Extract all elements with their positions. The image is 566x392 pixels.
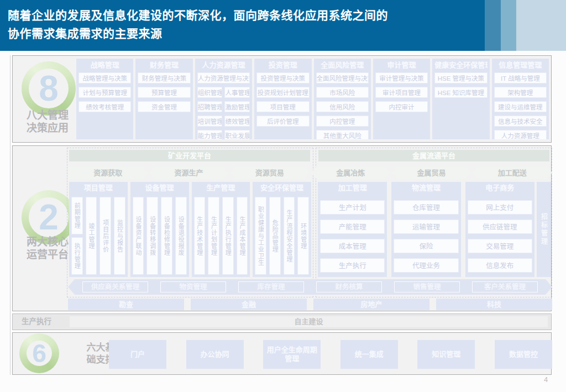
module-title: 设备管理 — [133, 184, 187, 192]
app-item: 绩效考核管理 — [78, 101, 131, 112]
app-item: 人力资源管理 — [494, 130, 547, 139]
chevron-step: 加工配送 — [473, 166, 552, 179]
module-title: 项目管理 — [71, 184, 125, 192]
app-column: 投资管理投资管理与决策投资规划计划管理项目管理后评价管理 — [254, 59, 311, 139]
column-title: 战略管理 — [78, 61, 131, 70]
app-item: 运输管理 — [394, 219, 458, 234]
segment-item: 勘查 — [68, 299, 184, 310]
app-item: 信息与技术安全 — [494, 116, 547, 127]
app-item: 人事管理 — [224, 87, 250, 98]
app-item: 投资管理与决策 — [256, 72, 309, 83]
app-item: 内控审计 — [375, 101, 428, 112]
foundation-item: 统一集成 — [340, 340, 398, 369]
module-title: 安全环保管理 — [255, 184, 309, 192]
band-item: 物资管理 — [160, 281, 226, 292]
chevron-step: 金属贸易 — [391, 166, 471, 179]
header-accent-band-light — [501, 0, 516, 51]
app-item: 保险 — [394, 239, 458, 253]
app-item: 设备转移调拨 — [146, 197, 158, 275]
module-title: 物流管理 — [394, 184, 458, 192]
chevron-step: 资源贸易 — [230, 166, 310, 179]
module-stack: 设备资产联动 — [133, 197, 144, 275]
foundation-item: 数据管控 — [495, 340, 552, 369]
segment-item: 金融 — [191, 299, 307, 310]
app-item: HSE 管理与决策 — [434, 72, 487, 83]
app-item: 职业健康与工业卫生 — [255, 197, 266, 275]
platform-title-mining: 矿业开发平台 — [69, 150, 310, 161]
app-item: 内控管理 — [316, 116, 369, 127]
module-stack: 环境管理 — [297, 197, 309, 275]
app-item: 绩效管理 — [224, 116, 250, 127]
app-item: 审计项目管理 — [375, 87, 428, 98]
app-item-pair: 组织管理人事管理 — [197, 87, 250, 98]
mining-groups: 项目管理前期管理执行管理竣工管理项目后评价监控与报告设备管理设备资产联动设备转移… — [69, 182, 311, 277]
app-item: 后评价管理 — [256, 116, 309, 127]
module-stack: 生产执行管理 — [222, 197, 234, 275]
app-column: 战略管理战略管理与决策计划与预算管理绩效考核管理 — [76, 59, 133, 139]
app-item-pair: 招聘管理激励管理 — [197, 101, 250, 112]
column-title: 信息管理管理 — [494, 61, 547, 70]
app-item: 财务管理与决策 — [138, 72, 190, 83]
module-stack: 生产流程安全管理 — [284, 197, 295, 275]
app-item: 监控与报告 — [114, 197, 125, 275]
app-item: 建设与运维管理 — [494, 101, 547, 112]
badge-ring-6: 6 — [19, 333, 59, 373]
module-stack: 监控与报告 — [114, 197, 125, 275]
app-item: 设备检修管理 — [161, 197, 172, 275]
module-group: 加工管理生产计划产能管理成本管理生产执行 — [318, 182, 387, 277]
segment-row: 勘查金融房地产科技 — [68, 299, 552, 310]
band-item: 库存管理 — [238, 281, 304, 292]
app-item: IT 战略与管理 — [494, 72, 547, 83]
app-item: 投资规划计划管理 — [256, 87, 309, 98]
app-item: 仓库管理 — [394, 200, 458, 215]
app-item: 生产流程安全管理 — [284, 197, 295, 275]
app-item: 生产计划管理 — [208, 197, 219, 275]
app-column: 全面风险管理全面风险管理与决策市场风险信用风险内控管理其他重大风险 — [314, 59, 371, 139]
app-column: 审计管理审计管理与决策审计项目管理内控审计 — [373, 59, 430, 139]
foundation-item: 用户全生命周期管理 — [263, 340, 321, 369]
app-item: 培训管理 — [197, 116, 223, 127]
app-item: 网上支付 — [468, 200, 532, 215]
module-body: 前期管理执行管理竣工管理项目后评价监控与报告 — [71, 197, 125, 275]
module-group: 安全环保管理职业健康与工业卫生危险品管理生产流程安全管理环境管理 — [253, 182, 311, 277]
section-management-apps: 8 八大管理 决策应用 战略管理战略管理与决策计划与预算管理绩效考核管理财务管理… — [12, 55, 552, 143]
module-group: 物流管理仓库管理运输管理保险代理业务 — [391, 182, 460, 277]
badge-digit: 6 — [19, 333, 59, 373]
band-item: 供应商关系管理 — [82, 281, 148, 292]
app-item: 审计管理与决策 — [375, 72, 428, 83]
module-stack: 设备退役报废 — [175, 197, 187, 275]
app-item: 计划与预算管理 — [78, 87, 131, 98]
chevron-step: 金属冶炼 — [311, 166, 390, 179]
band-item: 销售管理 — [394, 281, 460, 292]
module-stack: 项目后评价 — [99, 197, 111, 275]
app-item: 全面风险管理与决策 — [316, 72, 369, 83]
app-item: 危险品管理 — [269, 197, 281, 275]
app-column: 财务管理财务管理与决策预算管理资金管理 — [135, 59, 192, 139]
chevron-step: 资源获取 — [68, 166, 148, 179]
app-item: 环境管理 — [297, 197, 309, 275]
app-column: 健康安全环保管理HSE 管理与决策HSE 知识库管理 — [432, 59, 489, 139]
section-foundation: 6 六大基 础支撑 门户办公协同用户全生命周期管理统一集成知识管理数据管控 — [12, 332, 552, 375]
module-group: 电子商务网上支付供应链管理交易管理信息发布 — [465, 182, 534, 277]
module-body: 生产技术管理生产计划管理生产执行管理生产成本管理 — [194, 197, 248, 275]
column-title: 审计管理 — [375, 61, 428, 70]
segment-item: 房地产 — [313, 299, 429, 310]
module-title: 电子商务 — [468, 184, 532, 192]
app-item: 组织管理 — [197, 87, 223, 98]
module-stack: 生产计划管理 — [208, 197, 219, 275]
module-title: 加工管理 — [320, 184, 385, 192]
foundation-boxes: 门户办公协同用户全生命周期管理统一集成知识管理数据管控 — [109, 340, 552, 369]
column-title: 财务管理 — [138, 61, 190, 70]
page-number: 4 — [544, 375, 548, 384]
app-item: 招聘管理 — [197, 101, 223, 112]
slide-title: 随着企业的发展及信息化建设的不断深化，面向跨条线化应用系统之间的 协作需求集成需… — [8, 6, 483, 43]
app-item: 供应链管理 — [468, 219, 532, 234]
module-body: 职业健康与工业卫生危险品管理生产流程安全管理环境管理 — [255, 197, 309, 275]
app-item-pair: 能力管理职业发展 — [197, 130, 250, 139]
slide-header: 随着企业的发展及信息化建设的不断深化，面向跨条线化应用系统之间的 协作需求集成需… — [0, 0, 566, 51]
production-execution-label: 生产执行 — [22, 314, 51, 330]
badge-digit: 8 — [22, 61, 76, 116]
app-item: 资金管理 — [138, 101, 190, 112]
app-item: HSE 知识库管理 — [434, 87, 487, 98]
column-title: 人力资源管理 — [197, 61, 250, 70]
